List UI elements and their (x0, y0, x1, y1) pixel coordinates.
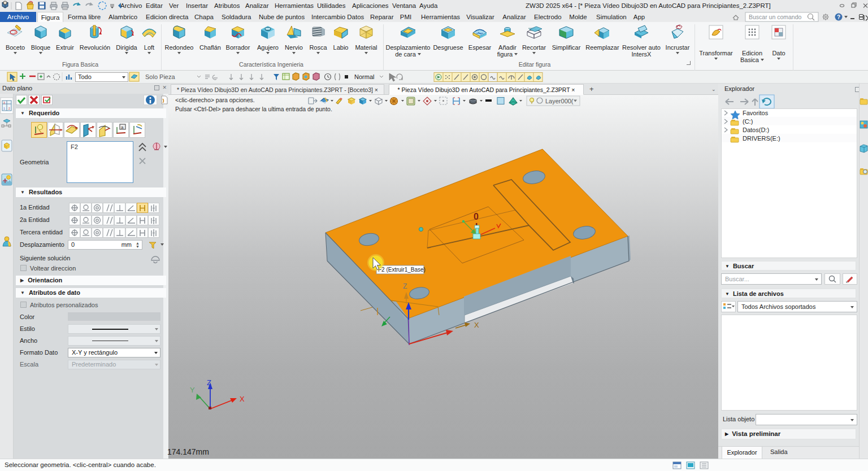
svg-text:DRIVERS(E:): DRIVERS(E:) (743, 135, 780, 142)
svg-text:X: X (240, 395, 245, 403)
svg-text:F2 (Extruir1_Base): F2 (Extruir1_Base) (378, 267, 426, 273)
svg-text:Buscar un comando: Buscar un comando (749, 14, 802, 20)
svg-text:2: 2 (8, 107, 10, 110)
svg-text:1: 1 (3, 107, 5, 110)
svg-text:a: a (121, 125, 124, 130)
svg-text:X: X (474, 321, 479, 329)
svg-text:3: 3 (3, 101, 5, 104)
svg-text:Solo Pieza: Solo Pieza (145, 73, 175, 80)
svg-text:Datos(D:): Datos(D:) (743, 127, 769, 133)
svg-text:Z: Z (207, 378, 211, 387)
svg-text:0: 0 (474, 212, 479, 221)
svg-text:(C:): (C:) (743, 118, 753, 125)
svg-text:Z: Z (403, 282, 407, 290)
svg-text:Normal: Normal (354, 73, 374, 80)
svg-text:Favoritos: Favoritos (743, 110, 769, 116)
svg-text:?: ? (837, 14, 840, 20)
svg-text:Y: Y (190, 386, 195, 394)
